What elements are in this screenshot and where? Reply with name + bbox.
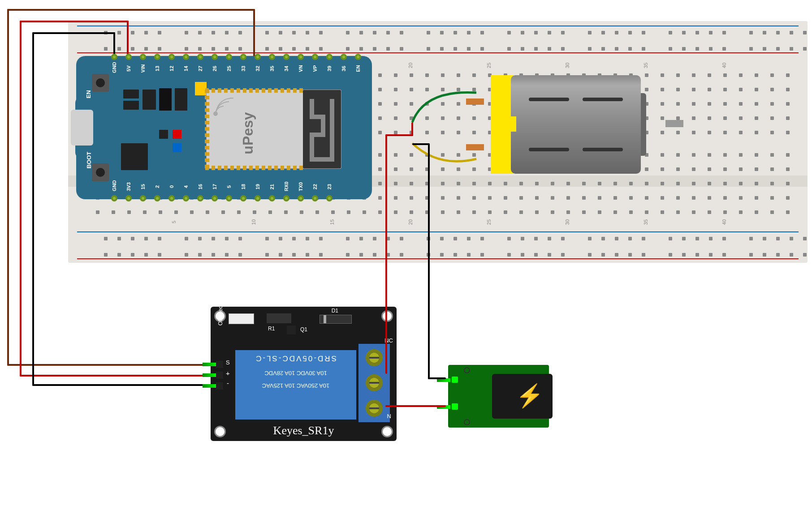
esp-pin-label: 0 <box>169 182 174 191</box>
esp-pin-VP[interactable] <box>312 54 318 60</box>
esp-pin-label: 26 <box>212 64 217 73</box>
relay-screw-com[interactable] <box>366 374 383 391</box>
wire-red-motor <box>385 134 413 136</box>
esp-pin-EN[interactable] <box>355 54 361 60</box>
esp-pin-label: 5V <box>126 64 131 73</box>
esp-pin-4[interactable] <box>183 195 189 201</box>
esp-pin-33[interactable] <box>240 54 246 60</box>
wire-brown <box>7 9 255 11</box>
esp-pin-label: 21 <box>269 182 275 191</box>
esp-pin-19[interactable] <box>255 195 261 201</box>
power-jack-module <box>448 365 549 428</box>
esp-pin-15[interactable] <box>140 195 146 201</box>
esp-pin-label: GND <box>112 182 117 191</box>
esp-pin-17[interactable] <box>212 195 218 201</box>
esp-pin-14[interactable] <box>183 54 189 60</box>
wire-black-gnd <box>32 32 34 386</box>
esp-pin-label: VP <box>312 64 318 73</box>
boot-button[interactable] <box>92 163 109 181</box>
esp-pin-5[interactable] <box>226 195 232 201</box>
esp-pin-3V3[interactable] <box>125 195 132 201</box>
wire-red-vcc <box>20 21 129 22</box>
en-button-label: EN <box>85 90 92 98</box>
relay-part-number: SRD-05VDC-SL-C <box>241 354 350 363</box>
esp-pin-label: GND <box>112 64 117 73</box>
esp-pin-label: 22 <box>312 182 318 191</box>
relay-n-label: N <box>387 413 391 420</box>
wire-black-motor <box>428 143 430 379</box>
diode-d1 <box>320 315 352 324</box>
esp32-board: EN BOOT uPesy GND5VVIN131214272625333235… <box>76 56 372 199</box>
esp-pin-label: 14 <box>183 64 189 73</box>
wire-black-motor <box>428 377 446 379</box>
esp-pin-VIN[interactable] <box>140 54 146 60</box>
wire-yellow <box>411 134 479 170</box>
relay-pin-s[interactable] <box>203 363 217 366</box>
wire-brown <box>7 9 9 366</box>
d1-label: D1 <box>332 308 338 314</box>
esp-pin-label: 5 <box>226 182 232 191</box>
dc-motor <box>464 75 665 174</box>
wire-red-motor <box>385 134 387 374</box>
esp-pin-18[interactable] <box>240 195 246 201</box>
wire-brown <box>253 9 255 60</box>
esp32-module: uPesy <box>206 90 341 169</box>
esp-pin-label: EN <box>355 64 361 73</box>
wire-red-motor <box>411 122 413 136</box>
en-button[interactable] <box>92 74 109 92</box>
esp-pin-label: RX0 <box>284 182 289 191</box>
relay-component: SRD-05VDC-SL-C 10A 30VDC 10A 28VDC 10A 2… <box>235 350 356 420</box>
esp-pin-23[interactable] <box>326 195 333 201</box>
esp-pin-39[interactable] <box>326 54 333 60</box>
esp-pin-0[interactable] <box>168 195 175 201</box>
on-led <box>229 313 254 324</box>
esp-pin-label: 3V3 <box>126 182 131 191</box>
esp-pin-34[interactable] <box>283 54 289 60</box>
usb-c-port <box>71 110 93 146</box>
esp-pin-VN[interactable] <box>298 54 304 60</box>
esp-pin-16[interactable] <box>197 195 203 201</box>
esp-pin-27[interactable] <box>197 54 203 60</box>
esp-pin-label: 2 <box>155 182 160 191</box>
esp-pin-label: 36 <box>341 64 346 73</box>
esp-pin-25[interactable] <box>226 54 232 60</box>
esp-pin-2[interactable] <box>154 195 160 201</box>
wire-brown <box>7 364 211 366</box>
esp-pin-TX0[interactable] <box>298 195 304 201</box>
relay-screw-nc[interactable] <box>366 349 383 366</box>
esp-pin-label: 32 <box>255 64 260 73</box>
onled-label: ON_Led <box>217 299 224 325</box>
relay-rating-1: 10A 250VAC 10A 125VAC <box>240 382 352 389</box>
esp-pin-label: 19 <box>255 182 260 191</box>
esp-pin-12[interactable] <box>168 54 175 60</box>
esp-pin-label: 17 <box>212 182 217 191</box>
esp-pin-label: 12 <box>169 64 174 73</box>
esp-pin-35[interactable] <box>269 54 275 60</box>
esp-pin-label: TX0 <box>298 182 303 191</box>
esp-pin-RX0[interactable] <box>283 195 289 201</box>
esp-pin-36[interactable] <box>341 54 347 60</box>
esp-pin-21[interactable] <box>269 195 275 201</box>
wire-red-power <box>385 405 446 407</box>
esp-pin-22[interactable] <box>312 195 318 201</box>
esp-pin-label: 39 <box>327 64 332 73</box>
esp-pin-GND[interactable] <box>111 54 117 60</box>
esp-pin-5V[interactable] <box>125 54 132 60</box>
dc-barrel-connector[interactable] <box>492 374 553 419</box>
wire-black-motor <box>412 143 429 145</box>
r1-label: R1 <box>268 325 275 332</box>
esp-pin-label: 15 <box>140 182 146 191</box>
esp-pin-26[interactable] <box>212 54 218 60</box>
esp-pin-13[interactable] <box>154 54 160 60</box>
relay-module: R1 Q1 D1 ON_Led SRD-05VDC-SL-C 10A 30VDC… <box>211 307 397 441</box>
module-brand-label: uPesy <box>240 112 256 154</box>
esp-pin-label: 13 <box>155 64 160 73</box>
esp-pin-GND[interactable] <box>111 195 117 201</box>
relay-pin-plus[interactable] <box>203 373 217 377</box>
relay-pin-minus[interactable] <box>203 384 217 388</box>
esp-pin-label: 33 <box>241 64 246 73</box>
relay-minus-label: - <box>227 379 229 387</box>
esp-pin-label: VIN <box>140 64 146 73</box>
esp-pin-32[interactable] <box>255 54 261 60</box>
relay-screw-no[interactable] <box>366 400 383 417</box>
